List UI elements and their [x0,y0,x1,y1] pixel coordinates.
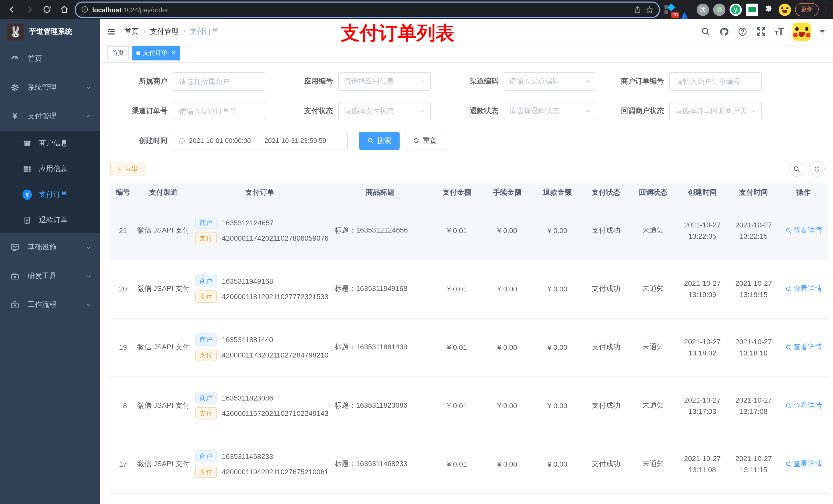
share-icon[interactable] [634,6,641,13]
hamburger-icon[interactable] [106,27,116,37]
bookmark-star-icon[interactable] [645,5,654,14]
sidebar-item-devtools[interactable]: 研发工具 [0,262,100,290]
chat-extension-icon[interactable] [746,3,758,16]
chevron-down-icon [585,108,591,114]
sidebar-item-app-info[interactable]: 应用信息 [0,156,100,182]
font-size-icon[interactable]: TT [775,27,784,37]
view-detail-link[interactable]: 查看详情 [785,401,822,410]
create-time: 2021-10-2713:11:08 [677,435,728,494]
view-detail-link[interactable]: 查看详情 [785,284,822,293]
fullscreen-icon[interactable] [756,27,766,37]
dot-extension-icon[interactable] [713,3,725,16]
pinned-extension-icon[interactable]: 10 [664,3,676,16]
pay-amount: ¥ 0.01 [432,318,482,377]
kite-extension-icon[interactable] [680,3,693,16]
filter-channel-code: 渠道编码 请输入渠道编码 [441,72,596,91]
puzzle-extensions-icon[interactable] [762,3,775,16]
sidebar-item-infra[interactable]: 基础设施 [0,233,100,262]
filter-merchant-order-no: 商户订单编号 [606,72,762,91]
callback-status-select[interactable]: 请选择订单回调商户状态 [669,102,762,120]
show-search-toggle-button[interactable] [789,161,804,177]
filter-callback-status: 回调商户状态 请选择订单回调商户状态 [606,102,762,120]
chevron-down-icon [420,108,425,114]
merchant-input[interactable] [178,77,260,86]
channel-code-select[interactable]: 请输入渠道编码 [504,72,596,91]
channel-order-no-input[interactable] [178,106,260,116]
pay-order-cell: 商户1635311949168 支付4200001181202110277723… [191,260,328,318]
sidebar-item-merchant-info[interactable]: 商户信息 [0,130,100,156]
command-extension-icon[interactable]: ⌘ [697,3,709,16]
pay-amount: ¥ 0.01 [432,260,482,318]
github-icon[interactable] [719,27,729,37]
user-avatar[interactable] [792,23,811,41]
view-detail-link[interactable]: 查看详情 [785,343,822,352]
sidebar-item-refund-order[interactable]: 退款订单 [0,208,100,233]
sidebar-item-system[interactable]: 系统管理 [0,73,100,102]
breadcrumb-current: 支付订单 [190,27,219,37]
search-button[interactable]: 搜索 [359,131,400,150]
fee-amount: ¥ 0.00 [482,377,532,435]
sidebar-item-workflow[interactable]: 工作流程 [0,290,100,319]
app-logo: 🐰 [7,23,24,40]
order-id: 21 [110,202,136,260]
pay-status: 支付成功 [582,377,629,435]
notify-status: 未通知 [629,435,677,494]
document-icon [23,216,32,225]
help-icon[interactable] [738,27,748,37]
sidebar-item-pay[interactable]: ¥ 支付管理 [0,102,100,130]
view-detail-link[interactable]: 查看详情 [785,459,822,469]
pay-channel: 微信 JSAPI 支付 [136,435,191,494]
pay-channel: 微信 JSAPI 支付 [136,377,191,435]
app-logo-row[interactable]: 🐰 芋道管理系统 [0,19,100,45]
create-time: 2021-10-2713:19:09 [677,260,728,318]
profile-avatar-icon[interactable] [779,3,791,16]
chevron-up-icon [86,113,92,119]
refresh-table-button[interactable] [809,161,825,177]
y-extension-icon[interactable]: y [730,3,742,16]
search-icon[interactable] [701,27,711,37]
export-button[interactable]: 导出 [110,162,144,176]
sidebar-item-home[interactable]: 首页 [0,45,100,73]
browser-back-icon[interactable] [5,3,19,16]
sidebar-item-pay-order[interactable]: ¥ 支付订单 [0,182,100,208]
tag-home[interactable]: 首页 [107,46,128,61]
breadcrumb-home[interactable]: 首页 [124,27,139,37]
browser-forward-icon[interactable] [23,3,36,16]
close-icon[interactable]: ✕ [171,50,176,56]
browser-update-button[interactable]: 更新 [795,3,819,16]
browser-chrome: localhost:1024/pay/order 10 ⌘ y 更新 ⋮ [0,0,833,19]
pay-channel: 微信 JSAPI 支付 [136,260,191,318]
pay-status-select[interactable]: 请选择支付状态 [338,102,431,120]
product-title: 标题：1635311881439 [328,318,432,377]
tag-pay-order[interactable]: 支付订单 ✕ [132,46,180,61]
browser-reload-icon[interactable] [40,3,53,16]
app-select[interactable]: 请选择应用信息 [338,72,431,91]
reset-button[interactable]: 重置 [405,131,445,150]
browser-home-icon[interactable] [57,3,71,16]
page-title-annotation: 支付订单列表 [341,21,454,46]
filter-app: 应用编号 请选择应用信息 [276,72,431,91]
filter-create-time: 创建时间 2021-10-01 00:00:00 - 2021-10-31 23… [110,131,348,150]
breadcrumb: 首页 / 支付管理 / 支付订单 [124,27,219,37]
date-range-input[interactable]: 2021-10-01 00:00:00 - 2021-10-31 23:59:5… [173,131,348,150]
table-row: 17 微信 JSAPI 支付 商户1635311468233 支付4200001… [110,435,828,494]
actions-cell: 查看详情 [779,435,828,494]
browser-menu-icon[interactable]: ⋮ [823,8,828,11]
pay-tag: 支付 [195,291,217,303]
product-title: 标题：1635311949168 [328,260,432,318]
create-time: 2021-10-2713:17:03 [677,377,728,435]
breadcrumb-pay[interactable]: 支付管理 [150,27,179,37]
merchant-order-no-input[interactable] [675,77,756,86]
pay-order-cell: 商户1635311468233 支付4200001194202110276752… [191,435,328,494]
site-info-icon[interactable] [81,6,89,13]
avatar-caret-icon[interactable] [820,30,825,35]
dashboard-icon [10,54,20,64]
navbar: 首页 / 支付管理 / 支付订单 支付订单列表 TT [100,19,833,45]
refund-status-select[interactable]: 请选择退款状态 [504,102,596,120]
merchant-tag: 商户 [195,275,217,288]
address-bar[interactable]: localhost:1024/pay/order [75,1,660,18]
active-dot-icon [136,51,140,55]
view-detail-link[interactable]: 查看详情 [785,226,822,235]
refresh-icon [413,138,420,144]
pay-status: 支付成功 [582,202,629,260]
